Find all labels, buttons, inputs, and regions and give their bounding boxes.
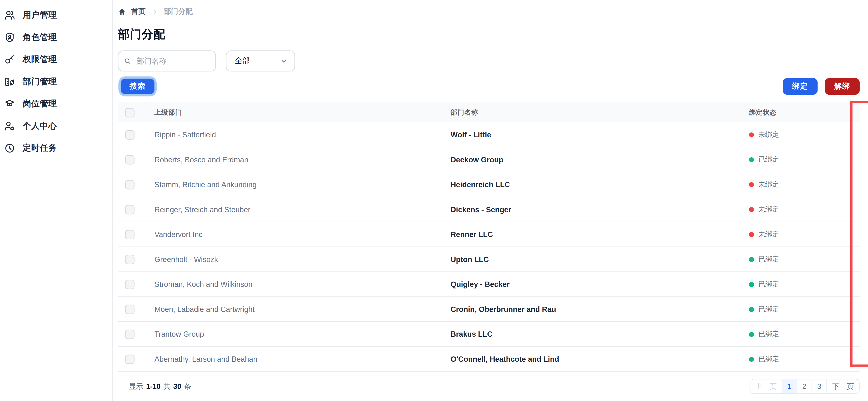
- row-checkbox[interactable]: [125, 155, 134, 164]
- bind-status-cell: 未绑定: [749, 230, 860, 239]
- dept-name-cell: Quigley - Becker: [451, 280, 749, 288]
- status-dot-icon: [749, 257, 754, 262]
- search-input[interactable]: [136, 56, 210, 66]
- table-row: Greenholt - Wisozk Upton LLC 已绑定: [118, 247, 860, 272]
- next-page-button[interactable]: 下一页: [827, 379, 859, 393]
- table-row: Stamm, Ritchie and Ankunding Heidenreich…: [118, 172, 860, 197]
- status-label: 未绑定: [758, 205, 779, 214]
- bind-status-cell: 已绑定: [749, 304, 860, 314]
- filter-row: 全部: [118, 50, 860, 71]
- row-checkbox[interactable]: [125, 304, 134, 314]
- table-body: Rippin - Satterfield Wolf - Little 未绑定 R…: [118, 122, 860, 372]
- header-dept-name: 部门名称: [451, 108, 749, 117]
- bind-status-cell: 未绑定: [749, 130, 860, 139]
- summary-total: 30: [173, 382, 181, 391]
- sidebar-item-permission-management[interactable]: 权限管理: [0, 48, 113, 70]
- summary-total-word: 共: [163, 381, 170, 391]
- parent-dept-cell: Roberts, Bosco and Erdman: [154, 155, 451, 164]
- row-checkbox[interactable]: [125, 280, 134, 289]
- row-checkbox[interactable]: [125, 255, 134, 264]
- row-checkbox[interactable]: [125, 230, 134, 239]
- row-checkbox[interactable]: [125, 180, 134, 189]
- main-content: 首页 部门分配 部门分配 全部 搜索 绑定 解绑 上级部门: [113, 0, 868, 401]
- chevron-right-icon: [152, 8, 158, 15]
- sidebar-item-label: 岗位管理: [23, 98, 57, 109]
- dept-name-cell: Deckow Group: [451, 155, 749, 164]
- status-label: 已绑定: [758, 304, 779, 314]
- status-label: 未绑定: [758, 130, 779, 139]
- sidebar-item-user-management[interactable]: 用户管理: [0, 4, 113, 26]
- breadcrumb-current: 部门分配: [164, 7, 192, 17]
- bind-button[interactable]: 绑定: [783, 78, 818, 95]
- user-gear-icon: [4, 121, 15, 131]
- parent-dept-cell: Moen, Labadie and Cartwright: [154, 305, 451, 313]
- dept-name-cell: Cronin, Oberbrunner and Rau: [451, 305, 749, 313]
- sidebar-item-role-management[interactable]: 角色管理: [0, 26, 113, 48]
- search-box: [118, 50, 216, 71]
- clock-icon: [4, 143, 15, 153]
- status-dot-icon: [749, 207, 754, 212]
- users-icon: [4, 10, 15, 20]
- page-button-2[interactable]: 2: [797, 379, 812, 393]
- status-label: 已绑定: [758, 280, 779, 289]
- bind-status-cell: 已绑定: [749, 330, 860, 339]
- row-checkbox[interactable]: [125, 354, 134, 364]
- parent-dept-cell: Reinger, Streich and Steuber: [154, 205, 451, 213]
- status-label: 已绑定: [758, 155, 779, 164]
- status-label: 未绑定: [758, 230, 779, 239]
- status-dot-icon: [749, 157, 754, 162]
- select-all-checkbox[interactable]: [125, 108, 134, 117]
- status-label: 已绑定: [758, 255, 779, 264]
- sidebar-item-label: 角色管理: [23, 32, 57, 42]
- sidebar-item-label: 个人中心: [23, 121, 57, 131]
- row-checkbox[interactable]: [125, 330, 134, 339]
- breadcrumb-home[interactable]: 首页: [131, 7, 146, 17]
- status-label: 已绑定: [758, 330, 779, 339]
- row-checkbox[interactable]: [125, 205, 134, 214]
- prev-page-button[interactable]: 上一页: [750, 379, 782, 393]
- search-button[interactable]: 搜索: [121, 79, 154, 94]
- key-icon: [4, 54, 15, 64]
- parent-dept-cell: Stamm, Ritchie and Ankunding: [154, 180, 451, 189]
- status-label: 未绑定: [758, 180, 779, 189]
- parent-dept-cell: Rippin - Satterfield: [154, 131, 451, 139]
- status-dot-icon: [749, 332, 754, 337]
- sidebar-item-personal-center[interactable]: 个人中心: [0, 115, 113, 137]
- sidebar-item-scheduled-tasks[interactable]: 定时任务: [0, 137, 113, 159]
- row-checkbox[interactable]: [125, 130, 134, 139]
- table-row: Moen, Labadie and Cartwright Cronin, Obe…: [118, 297, 860, 322]
- pagination-summary: 显示 1-10 共 30 条: [118, 381, 191, 391]
- parent-dept-cell: Trantow Group: [154, 330, 451, 338]
- sidebar-item-department-management[interactable]: 部门管理: [0, 70, 113, 92]
- dept-name-cell: Renner LLC: [451, 230, 749, 238]
- chevron-down-icon: [280, 57, 287, 64]
- unbind-button[interactable]: 解绑: [825, 78, 860, 95]
- home-icon[interactable]: [118, 7, 126, 16]
- summary-range: 1-10: [146, 382, 161, 391]
- status-dot-icon: [749, 232, 754, 237]
- page-button-1[interactable]: 1: [782, 379, 797, 393]
- sidebar-item-label: 用户管理: [23, 10, 57, 20]
- select-value: 全部: [235, 56, 250, 66]
- header-parent-dept: 上级部门: [154, 108, 451, 117]
- table-row: Reinger, Streich and Steuber Dickens - S…: [118, 197, 860, 222]
- breadcrumb: 首页 部门分配: [118, 7, 860, 17]
- status-dot-icon: [749, 307, 754, 312]
- parent-dept-cell: Abernathy, Larson and Beahan: [154, 355, 451, 363]
- status-dot-icon: [749, 132, 754, 137]
- status-filter-select[interactable]: 全部: [226, 50, 295, 71]
- dept-name-cell: Wolf - Little: [451, 131, 749, 139]
- page-button-3[interactable]: 3: [812, 379, 827, 393]
- bind-status-cell: 已绑定: [749, 255, 860, 264]
- action-row: 搜索 绑定 解绑: [118, 78, 860, 95]
- dept-name-cell: Brakus LLC: [451, 330, 749, 338]
- dept-name-cell: Upton LLC: [451, 255, 749, 263]
- table-row: Vandervort Inc Renner LLC 未绑定: [118, 222, 860, 247]
- bind-status-cell: 已绑定: [749, 155, 860, 164]
- table-row: Abernathy, Larson and Beahan O'Connell, …: [118, 347, 860, 372]
- status-label: 已绑定: [758, 354, 779, 364]
- summary-prefix: 显示: [129, 381, 144, 391]
- header-bind-status: 绑定状态: [749, 108, 860, 117]
- page-title: 部门分配: [118, 28, 860, 41]
- sidebar-item-post-management[interactable]: 岗位管理: [0, 92, 113, 115]
